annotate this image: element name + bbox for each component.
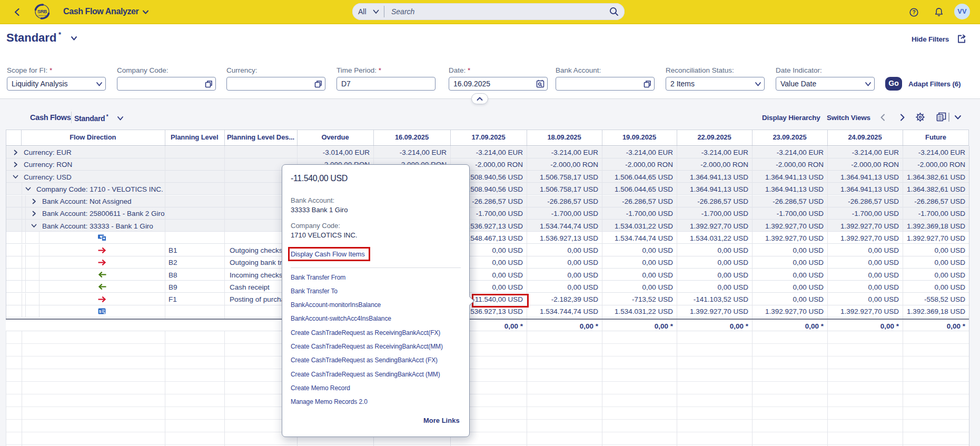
svg-text:SRB: SRB (37, 9, 47, 14)
svg-text:CONSULTING: CONSULTING (37, 15, 47, 17)
svg-text:?: ? (912, 9, 915, 15)
